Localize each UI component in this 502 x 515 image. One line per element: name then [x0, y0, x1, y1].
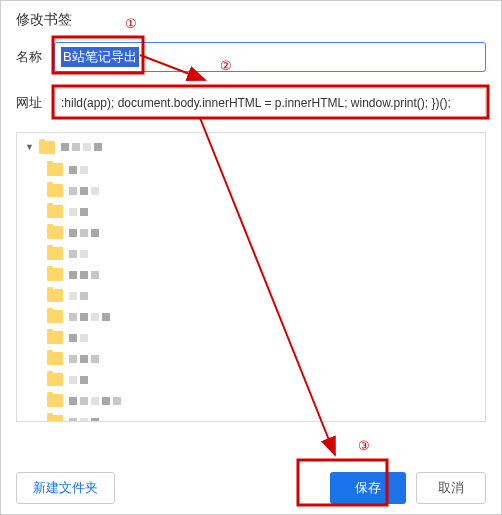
name-label: 名称 [16, 48, 54, 66]
tree-children [25, 159, 477, 422]
tree-item[interactable] [47, 222, 477, 243]
folder-icon [47, 394, 63, 407]
folder-icon [47, 310, 63, 323]
url-row: 网址 :hild(app); document.body.innerHTML =… [1, 80, 501, 126]
item-label-blurred [69, 208, 88, 216]
tree-item[interactable] [47, 285, 477, 306]
tree-item[interactable] [47, 180, 477, 201]
item-label-blurred [69, 418, 99, 423]
disclosure-icon[interactable]: ▼ [25, 142, 35, 152]
folder-icon [47, 289, 63, 302]
folder-icon [39, 141, 55, 154]
url-input[interactable]: :hild(app); document.body.innerHTML = p.… [54, 88, 486, 118]
item-label-blurred [69, 292, 88, 300]
save-button[interactable]: 保存 [330, 472, 406, 504]
cancel-button[interactable]: 取消 [416, 472, 486, 504]
tree-item[interactable] [47, 243, 477, 264]
tree-item[interactable] [47, 327, 477, 348]
tree-item[interactable] [47, 390, 477, 411]
tree-item[interactable] [47, 201, 477, 222]
item-label-blurred [69, 334, 88, 342]
folder-tree[interactable]: ▼ [16, 132, 486, 422]
item-label-blurred [69, 229, 99, 237]
item-label-blurred [69, 355, 99, 363]
folder-icon [47, 415, 63, 422]
item-label-blurred [69, 166, 88, 174]
item-label-blurred [69, 313, 110, 321]
item-label-blurred [69, 397, 121, 405]
new-folder-button[interactable]: 新建文件夹 [16, 472, 115, 504]
folder-icon [47, 226, 63, 239]
edit-bookmark-dialog: 修改书签 名称 B站笔记导出 网址 :hild(app); document.b… [0, 0, 502, 515]
item-label-blurred [69, 376, 88, 384]
tree-item[interactable] [47, 159, 477, 180]
folder-icon [47, 268, 63, 281]
tree-item[interactable] [47, 306, 477, 327]
folder-icon [47, 373, 63, 386]
item-label-blurred [69, 187, 99, 195]
name-input-value: B站笔记导出 [61, 47, 139, 67]
tree-root-row[interactable]: ▼ [25, 137, 477, 157]
name-row: 名称 B站笔记导出 [1, 34, 501, 80]
button-row: 新建文件夹 保存 取消 [1, 472, 501, 504]
item-label-blurred [69, 250, 88, 258]
tree-item[interactable] [47, 411, 477, 422]
name-input[interactable]: B站笔记导出 [54, 42, 486, 72]
folder-icon [47, 352, 63, 365]
tree-item[interactable] [47, 264, 477, 285]
root-label-blurred [61, 143, 102, 151]
folder-icon [47, 331, 63, 344]
url-label: 网址 [16, 94, 54, 112]
tree-item[interactable] [47, 348, 477, 369]
folder-icon [47, 184, 63, 197]
url-input-value: :hild(app); document.body.innerHTML = p.… [61, 96, 451, 110]
item-label-blurred [69, 271, 99, 279]
dialog-title: 修改书签 [1, 1, 501, 34]
tree-item[interactable] [47, 369, 477, 390]
folder-icon [47, 163, 63, 176]
folder-icon [47, 247, 63, 260]
folder-icon [47, 205, 63, 218]
